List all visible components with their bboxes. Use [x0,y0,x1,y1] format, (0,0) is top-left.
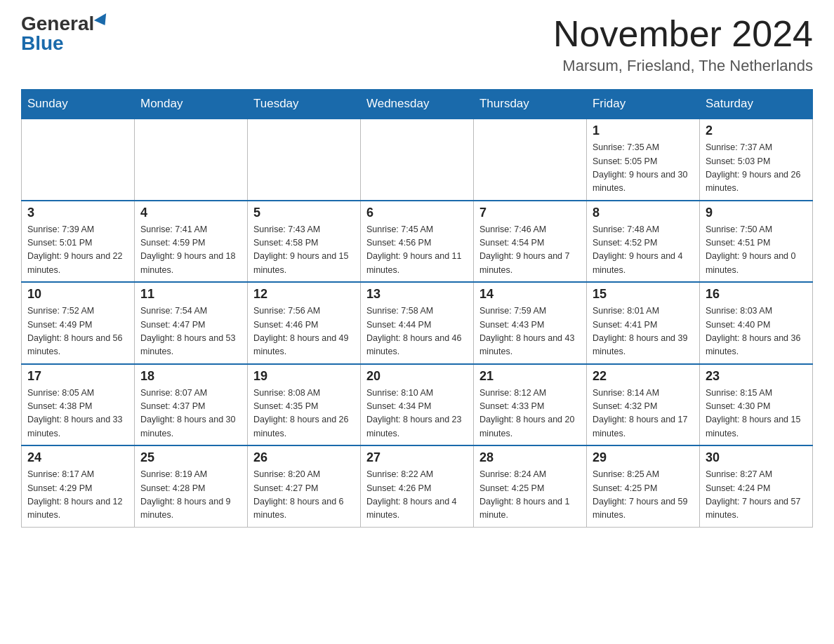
calendar-cell: 28Sunrise: 8:24 AMSunset: 4:25 PMDayligh… [473,445,586,527]
calendar-cell: 4Sunrise: 7:41 AMSunset: 4:59 PMDaylight… [134,201,247,283]
day-number: 6 [366,206,468,220]
day-info: Sunrise: 8:17 AMSunset: 4:29 PMDaylight:… [27,468,128,523]
day-number: 12 [253,287,355,302]
day-info: Sunrise: 8:12 AMSunset: 4:33 PMDaylight:… [479,387,581,441]
calendar-cell: 25Sunrise: 8:19 AMSunset: 4:28 PMDayligh… [134,445,247,527]
logo: General Blue [21,14,110,53]
day-info: Sunrise: 7:37 AMSunset: 5:03 PMDaylight:… [706,141,807,196]
day-number: 2 [706,123,807,138]
calendar-cell: 6Sunrise: 7:45 AMSunset: 4:56 PMDaylight… [360,201,473,283]
calendar-cell: 10Sunrise: 7:52 AMSunset: 4:49 PMDayligh… [22,282,135,364]
day-number: 30 [706,450,807,465]
day-info: Sunrise: 7:48 AMSunset: 4:52 PMDaylight:… [593,223,694,278]
calendar-cell: 12Sunrise: 7:56 AMSunset: 4:46 PMDayligh… [247,282,360,364]
calendar-cell: 7Sunrise: 7:46 AMSunset: 4:54 PMDaylight… [473,201,586,283]
day-info: Sunrise: 8:07 AMSunset: 4:37 PMDaylight:… [140,387,241,441]
day-number: 29 [593,450,694,465]
day-number: 28 [479,450,581,465]
logo-blue-text: Blue [21,34,64,53]
day-number: 18 [140,369,241,384]
week-row: 3Sunrise: 7:39 AMSunset: 5:01 PMDaylight… [22,201,813,283]
day-number: 10 [27,287,128,302]
day-number: 7 [479,206,581,220]
logo-triangle-icon [94,13,111,29]
calendar-cell: 11Sunrise: 7:54 AMSunset: 4:47 PMDayligh… [134,282,247,364]
day-of-week-header: Sunday [22,90,135,119]
day-info: Sunrise: 8:20 AMSunset: 4:27 PMDaylight:… [253,468,355,523]
day-number: 19 [253,369,355,384]
day-number: 25 [140,450,241,465]
calendar-cell: 8Sunrise: 7:48 AMSunset: 4:52 PMDaylight… [586,201,699,283]
week-row: 10Sunrise: 7:52 AMSunset: 4:49 PMDayligh… [22,282,813,364]
calendar-cell: 2Sunrise: 7:37 AMSunset: 5:03 PMDaylight… [699,119,812,201]
page-header: General Blue November 2024 Marsum, Fries… [21,14,813,75]
calendar-cell: 27Sunrise: 8:22 AMSunset: 4:26 PMDayligh… [360,445,473,527]
calendar-cell: 9Sunrise: 7:50 AMSunset: 4:51 PMDaylight… [699,201,812,283]
day-info: Sunrise: 8:08 AMSunset: 4:35 PMDaylight:… [253,387,355,441]
calendar-cell: 22Sunrise: 8:14 AMSunset: 4:32 PMDayligh… [586,364,699,446]
day-info: Sunrise: 8:10 AMSunset: 4:34 PMDaylight:… [366,387,468,441]
calendar-cell: 1Sunrise: 7:35 AMSunset: 5:05 PMDaylight… [586,119,699,201]
calendar-cell [473,119,586,201]
day-info: Sunrise: 8:05 AMSunset: 4:38 PMDaylight:… [27,387,128,441]
day-number: 3 [27,206,128,220]
day-number: 15 [593,287,694,302]
location-subtitle: Marsum, Friesland, The Netherlands [553,57,813,75]
calendar-cell: 30Sunrise: 8:27 AMSunset: 4:24 PMDayligh… [699,445,812,527]
day-info: Sunrise: 8:19 AMSunset: 4:28 PMDaylight:… [140,468,241,523]
calendar-cell: 18Sunrise: 8:07 AMSunset: 4:37 PMDayligh… [134,364,247,446]
week-row: 24Sunrise: 8:17 AMSunset: 4:29 PMDayligh… [22,445,813,527]
calendar-cell: 5Sunrise: 7:43 AMSunset: 4:58 PMDaylight… [247,201,360,283]
day-info: Sunrise: 7:54 AMSunset: 4:47 PMDaylight:… [140,304,241,359]
day-number: 21 [479,369,581,384]
day-of-week-header: Wednesday [360,90,473,119]
day-info: Sunrise: 7:46 AMSunset: 4:54 PMDaylight:… [479,223,581,278]
calendar-cell: 14Sunrise: 7:59 AMSunset: 4:43 PMDayligh… [473,282,586,364]
calendar-cell: 20Sunrise: 8:10 AMSunset: 4:34 PMDayligh… [360,364,473,446]
calendar-cell [247,119,360,201]
month-title: November 2024 [553,14,813,54]
day-info: Sunrise: 7:58 AMSunset: 4:44 PMDaylight:… [366,304,468,359]
calendar-cell: 19Sunrise: 8:08 AMSunset: 4:35 PMDayligh… [247,364,360,446]
calendar-cell: 15Sunrise: 8:01 AMSunset: 4:41 PMDayligh… [586,282,699,364]
calendar-cell: 23Sunrise: 8:15 AMSunset: 4:30 PMDayligh… [699,364,812,446]
calendar-cell: 3Sunrise: 7:39 AMSunset: 5:01 PMDaylight… [22,201,135,283]
day-number: 17 [27,369,128,384]
calendar-cell: 16Sunrise: 8:03 AMSunset: 4:40 PMDayligh… [699,282,812,364]
logo-general-text: General [21,14,94,34]
day-number: 22 [593,369,694,384]
calendar-cell [22,119,135,201]
day-number: 23 [706,369,807,384]
calendar-cell: 21Sunrise: 8:12 AMSunset: 4:33 PMDayligh… [473,364,586,446]
day-number: 8 [593,206,694,220]
day-number: 26 [253,450,355,465]
day-number: 11 [140,287,241,302]
calendar-cell: 29Sunrise: 8:25 AMSunset: 4:25 PMDayligh… [586,445,699,527]
day-number: 1 [593,123,694,138]
day-info: Sunrise: 7:59 AMSunset: 4:43 PMDaylight:… [479,304,581,359]
calendar-cell [134,119,247,201]
day-number: 5 [253,206,355,220]
week-row: 17Sunrise: 8:05 AMSunset: 4:38 PMDayligh… [22,364,813,446]
day-info: Sunrise: 8:14 AMSunset: 4:32 PMDaylight:… [593,387,694,441]
day-info: Sunrise: 7:35 AMSunset: 5:05 PMDaylight:… [593,141,694,196]
day-of-week-header: Saturday [699,90,812,119]
day-number: 24 [27,450,128,465]
day-info: Sunrise: 7:56 AMSunset: 4:46 PMDaylight:… [253,304,355,359]
calendar-header-row: SundayMondayTuesdayWednesdayThursdayFrid… [22,90,813,119]
calendar-cell: 13Sunrise: 7:58 AMSunset: 4:44 PMDayligh… [360,282,473,364]
day-info: Sunrise: 8:22 AMSunset: 4:26 PMDaylight:… [366,468,468,523]
title-area: November 2024 Marsum, Friesland, The Net… [553,14,813,75]
day-of-week-header: Thursday [473,90,586,119]
day-number: 9 [706,206,807,220]
calendar-cell: 26Sunrise: 8:20 AMSunset: 4:27 PMDayligh… [247,445,360,527]
day-info: Sunrise: 7:45 AMSunset: 4:56 PMDaylight:… [366,223,468,278]
day-number: 14 [479,287,581,302]
week-row: 1Sunrise: 7:35 AMSunset: 5:05 PMDaylight… [22,119,813,201]
calendar-table: SundayMondayTuesdayWednesdayThursdayFrid… [21,89,813,528]
day-info: Sunrise: 8:24 AMSunset: 4:25 PMDaylight:… [479,468,581,523]
day-number: 27 [366,450,468,465]
day-info: Sunrise: 7:43 AMSunset: 4:58 PMDaylight:… [253,223,355,278]
day-number: 4 [140,206,241,220]
day-of-week-header: Tuesday [247,90,360,119]
